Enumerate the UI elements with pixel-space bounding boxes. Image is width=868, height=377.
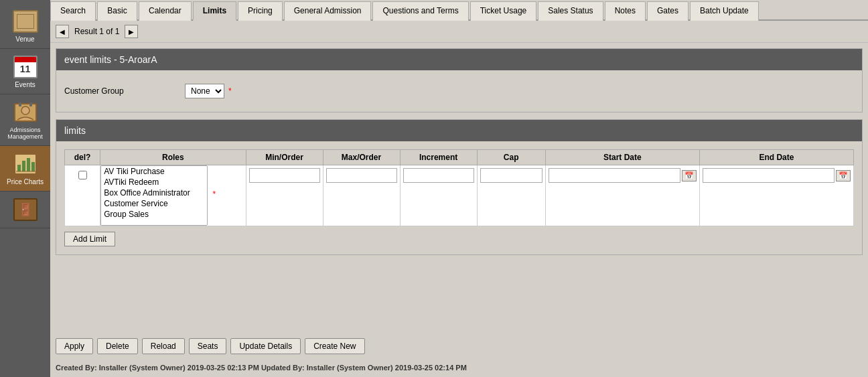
admissions-icon bbox=[11, 100, 40, 125]
col-min-order: Min/Order bbox=[246, 150, 323, 165]
col-max-order: Max/Order bbox=[323, 150, 400, 165]
limits-header: limits bbox=[56, 120, 862, 141]
role-option-1[interactable]: AVTiki Redeem bbox=[101, 177, 207, 187]
start-date-cell: 📅 bbox=[549, 168, 697, 183]
max-order-input[interactable] bbox=[326, 168, 397, 183]
customer-group-label: Customer Group bbox=[64, 86, 185, 96]
role-option-4[interactable]: Group Sales bbox=[101, 209, 207, 220]
svg-rect-5 bbox=[17, 165, 21, 171]
tab-limits[interactable]: Limits bbox=[193, 1, 236, 21]
tab-sales-status[interactable]: Sales Status bbox=[538, 1, 603, 21]
exit-icon: 🚪 bbox=[11, 197, 40, 222]
tab-gates[interactable]: Gates bbox=[647, 1, 689, 21]
svg-rect-6 bbox=[22, 161, 25, 171]
navigation-row: ◀ Result 1 of 1 ▶ bbox=[50, 21, 868, 43]
tab-search[interactable]: Search bbox=[50, 1, 96, 21]
create-new-button[interactable]: Create New bbox=[305, 338, 364, 354]
tab-bar: Search Basic Calendar Limits Pricing Gen… bbox=[50, 0, 868, 21]
sidebar-item-exit[interactable]: 🚪 bbox=[0, 192, 50, 228]
role-option-0[interactable]: AV Tiki Purchase bbox=[101, 166, 207, 177]
tab-batch-update[interactable]: Batch Update bbox=[690, 1, 759, 21]
limits-table: del? Roles Min/Order Max/Order Increment… bbox=[64, 149, 854, 226]
event-limits-header: event limits - 5-AroarA bbox=[56, 49, 862, 70]
col-roles: Roles bbox=[100, 150, 246, 165]
roles-required: * bbox=[213, 190, 216, 199]
event-limits-body: Customer Group None * bbox=[56, 70, 862, 112]
del-checkbox[interactable] bbox=[78, 171, 87, 179]
increment-input[interactable] bbox=[403, 168, 474, 183]
svg-rect-2 bbox=[19, 102, 21, 106]
sidebar-item-events-label: Events bbox=[15, 81, 35, 88]
sidebar-item-price-charts[interactable]: Price Charts bbox=[0, 146, 50, 192]
svg-point-1 bbox=[21, 106, 29, 115]
limits-panel: limits del? Roles Min/Order Max/Order In… bbox=[56, 119, 863, 255]
sidebar: Venue Events Admissions Management bbox=[0, 0, 50, 377]
tab-general-admission[interactable]: General Admission bbox=[284, 1, 372, 21]
update-details-button[interactable]: Update Details bbox=[230, 338, 301, 354]
start-date-calendar-button[interactable]: 📅 bbox=[682, 170, 697, 181]
tab-pricing[interactable]: Pricing bbox=[238, 1, 283, 21]
col-cap: Cap bbox=[477, 150, 545, 165]
venue-icon bbox=[11, 9, 40, 34]
footer: Created By: Installer (System Owner) 201… bbox=[50, 361, 868, 377]
content-area: event limits - 5-AroarA Customer Group N… bbox=[50, 43, 868, 331]
main-area: Search Basic Calendar Limits Pricing Gen… bbox=[50, 0, 868, 377]
add-limit-button[interactable]: Add Limit bbox=[64, 232, 115, 246]
apply-button[interactable]: Apply bbox=[56, 338, 93, 354]
svg-rect-8 bbox=[31, 162, 35, 171]
event-limits-panel: event limits - 5-AroarA Customer Group N… bbox=[56, 48, 863, 112]
tab-notes[interactable]: Notes bbox=[605, 1, 646, 21]
events-icon bbox=[11, 54, 40, 80]
end-date-cell: 📅 bbox=[703, 168, 851, 183]
reload-button[interactable]: Reload bbox=[142, 338, 185, 354]
end-date-input[interactable] bbox=[703, 168, 835, 183]
svg-rect-7 bbox=[27, 158, 30, 171]
customer-group-required: * bbox=[228, 86, 232, 96]
tab-questions-and-terms[interactable]: Questions and Terms bbox=[372, 1, 468, 21]
customer-group-control: None * bbox=[185, 84, 232, 98]
customer-group-row: Customer Group None * bbox=[64, 78, 854, 104]
sidebar-item-venue-label: Venue bbox=[15, 35, 34, 43]
seats-button[interactable]: Seats bbox=[189, 338, 227, 354]
sidebar-item-events[interactable]: Events bbox=[0, 49, 50, 94]
cap-input[interactable] bbox=[480, 168, 542, 183]
pricecharts-icon bbox=[11, 151, 40, 177]
customer-group-select[interactable]: None bbox=[185, 84, 224, 98]
end-date-calendar-button[interactable]: 📅 bbox=[836, 170, 851, 181]
tab-calendar[interactable]: Calendar bbox=[139, 1, 192, 21]
role-option-3[interactable]: Customer Service bbox=[101, 198, 207, 209]
col-del: del? bbox=[65, 150, 100, 165]
start-date-input[interactable] bbox=[549, 168, 680, 183]
col-increment: Increment bbox=[400, 150, 477, 165]
role-option-2[interactable]: Box Office Administrator bbox=[101, 187, 207, 198]
sidebar-item-admissions[interactable]: Admissions Management bbox=[0, 94, 50, 146]
result-text: Result 1 of 1 bbox=[74, 27, 119, 36]
tab-basic[interactable]: Basic bbox=[97, 1, 137, 21]
next-button[interactable]: ▶ bbox=[125, 25, 138, 38]
sidebar-item-venue[interactable]: Venue bbox=[0, 3, 50, 49]
delete-button[interactable]: Delete bbox=[97, 338, 138, 354]
limits-body: del? Roles Min/Order Max/Order Increment… bbox=[56, 141, 862, 254]
table-row: AV Tiki Purchase AVTiki Redeem Box Offic… bbox=[65, 165, 854, 226]
footer-text: Created By: Installer (System Owner) 201… bbox=[56, 364, 467, 372]
col-end-date: End Date bbox=[699, 150, 853, 165]
tab-ticket-usage[interactable]: Ticket Usage bbox=[470, 1, 537, 21]
roles-listbox[interactable]: AV Tiki Purchase AVTiki Redeem Box Offic… bbox=[100, 165, 208, 226]
bottom-action-bar: Apply Delete Reload Seats Update Details… bbox=[50, 331, 868, 361]
min-order-input[interactable] bbox=[249, 168, 320, 183]
svg-rect-3 bbox=[29, 102, 32, 106]
sidebar-item-pricecharts-label: Price Charts bbox=[7, 178, 44, 185]
prev-button[interactable]: ◀ bbox=[56, 25, 69, 38]
col-start-date: Start Date bbox=[545, 150, 699, 165]
sidebar-item-admissions-label: Admissions Management bbox=[7, 127, 43, 140]
